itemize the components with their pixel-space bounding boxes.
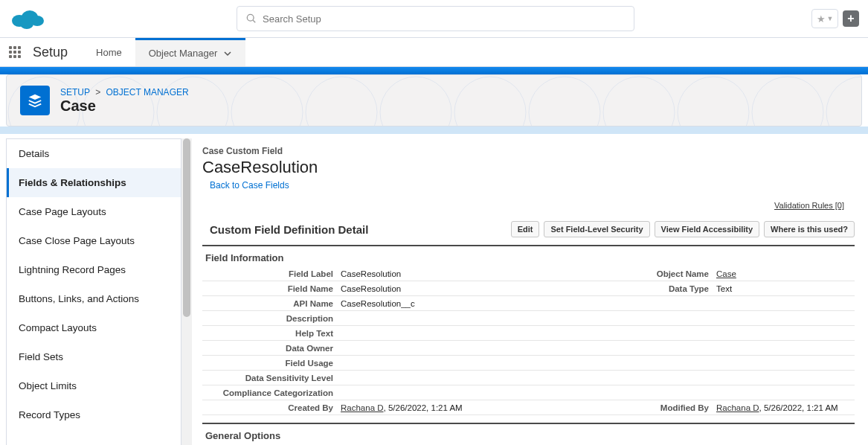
detail-row: Field Usage bbox=[202, 356, 855, 371]
label: Field Usage bbox=[207, 359, 341, 368]
created-by-date: , 5/26/2022, 1:21 AM bbox=[384, 403, 463, 412]
section-header: Custom Field Definition Detail Edit Set … bbox=[202, 217, 855, 246]
breadcrumb: SETUP > OBJECT MANAGER bbox=[60, 87, 189, 97]
detail-row: Help Text bbox=[202, 326, 855, 341]
page-header: SETUP > OBJECT MANAGER Case bbox=[6, 74, 862, 127]
value: CaseResolution__c bbox=[341, 299, 850, 308]
sidebar-item-details[interactable]: Details bbox=[7, 139, 181, 168]
svg-line-5 bbox=[253, 20, 255, 22]
label: Compliance Categorization bbox=[207, 388, 341, 397]
set-fls-button[interactable]: Set Field-Level Security bbox=[544, 221, 649, 237]
label: Created By bbox=[207, 403, 341, 412]
label: Field Name bbox=[207, 284, 341, 293]
label: Modified By bbox=[620, 403, 716, 412]
nav-object-manager[interactable]: Object Manager bbox=[135, 38, 246, 66]
app-name: Setup bbox=[30, 45, 83, 60]
label: Data Sensitivity Level bbox=[207, 374, 341, 382]
nav-label: Object Manager bbox=[149, 48, 218, 59]
stack-icon bbox=[27, 92, 43, 109]
detail-row: Compliance Categorization bbox=[202, 385, 855, 400]
detail-row: Description bbox=[202, 311, 855, 326]
label: Data Owner bbox=[207, 344, 341, 353]
where-used-button[interactable]: Where is this used? bbox=[764, 221, 855, 237]
eyebrow: Case Custom Field bbox=[202, 146, 855, 156]
detail-row: Field Label CaseResolution Object Name C… bbox=[202, 266, 855, 281]
favorites-button[interactable]: ★ ▼ bbox=[811, 9, 838, 28]
search-icon bbox=[246, 13, 257, 24]
svg-point-3 bbox=[20, 19, 33, 29]
back-link[interactable]: Back to Case Fields bbox=[210, 180, 289, 191]
sidebar-item-buttons-links[interactable]: Buttons, Links, and Actions bbox=[7, 284, 181, 313]
modified-by-link[interactable]: Rachana D bbox=[716, 403, 759, 412]
view-accessibility-button[interactable]: View Field Accessibility bbox=[655, 221, 760, 237]
plus-icon: + bbox=[847, 12, 854, 25]
sidebar-item-close-layouts[interactable]: Case Close Page Layouts bbox=[7, 226, 181, 255]
sidebar-item-object-limits[interactable]: Object Limits bbox=[7, 371, 181, 400]
sidebar-item-compact-layouts[interactable]: Compact Layouts bbox=[7, 313, 181, 342]
label: Object Name bbox=[620, 269, 716, 278]
object-icon bbox=[20, 86, 50, 115]
value: CaseResolution bbox=[341, 284, 620, 293]
detail-row: API Name CaseResolution__c bbox=[202, 296, 855, 311]
decorative-band bbox=[0, 67, 868, 74]
app-launcher-button[interactable] bbox=[0, 46, 30, 58]
created-by-link[interactable]: Rachana D bbox=[341, 403, 384, 412]
page-title: Case bbox=[60, 97, 189, 115]
label: Data Type bbox=[620, 284, 716, 293]
sidebar-item-record-types[interactable]: Record Types bbox=[7, 400, 181, 429]
modified-by-date: , 5/26/2022, 1:21 AM bbox=[759, 403, 838, 412]
nav-bar: Setup Home Object Manager bbox=[0, 37, 868, 67]
label: Help Text bbox=[207, 329, 341, 338]
search-input[interactable] bbox=[263, 13, 625, 25]
label: Field Label bbox=[207, 269, 341, 278]
breadcrumb-setup[interactable]: SETUP bbox=[60, 87, 90, 97]
value: Rachana D, 5/26/2022, 1:21 AM bbox=[341, 403, 620, 412]
object-link[interactable]: Case bbox=[716, 269, 736, 278]
main-content: Case Custom Field CaseResolution Back to… bbox=[192, 138, 862, 445]
decorative-band bbox=[0, 127, 868, 134]
add-button[interactable]: + bbox=[843, 10, 859, 27]
validation-rules-link[interactable]: Validation Rules [0] bbox=[202, 201, 844, 210]
value: CaseResolution bbox=[341, 269, 620, 278]
app-launcher-icon bbox=[9, 46, 21, 58]
salesforce-logo-icon bbox=[9, 6, 45, 31]
breadcrumb-object-manager[interactable]: OBJECT MANAGER bbox=[106, 87, 189, 97]
nav-home[interactable]: Home bbox=[83, 38, 135, 66]
edit-button[interactable]: Edit bbox=[511, 221, 540, 237]
sidebar-item-field-sets[interactable]: Field Sets bbox=[7, 342, 181, 371]
sidebar-item-page-layouts[interactable]: Case Page Layouts bbox=[7, 197, 181, 226]
value: Text bbox=[716, 284, 850, 293]
svg-point-4 bbox=[247, 14, 254, 21]
label: API Name bbox=[207, 299, 341, 308]
general-options-subhead: General Options bbox=[202, 424, 855, 444]
detail-row: Field Name CaseResolution Data Type Text bbox=[202, 281, 855, 296]
chevron-down-icon bbox=[223, 49, 232, 58]
sidebar: Details Fields & Relationships Case Page… bbox=[6, 138, 181, 445]
chevron-down-icon: ▼ bbox=[827, 15, 834, 22]
star-icon: ★ bbox=[817, 13, 826, 25]
top-bar: ★ ▼ + bbox=[0, 0, 868, 37]
detail-row: Created By Rachana D, 5/26/2022, 1:21 AM… bbox=[202, 400, 855, 415]
field-title: CaseResolution bbox=[202, 158, 855, 177]
label: Description bbox=[207, 314, 341, 323]
scrollbar[interactable] bbox=[181, 138, 192, 445]
search-box[interactable] bbox=[237, 6, 634, 31]
section-title: Custom Field Definition Detail bbox=[202, 217, 376, 240]
detail-row: Data Owner bbox=[202, 341, 855, 356]
value: Rachana D, 5/26/2022, 1:21 AM bbox=[716, 403, 850, 412]
sidebar-item-lightning-pages[interactable]: Lightning Record Pages bbox=[7, 255, 181, 284]
scrollbar-thumb[interactable] bbox=[183, 138, 190, 317]
detail-row: Data Sensitivity Level bbox=[202, 371, 855, 385]
sidebar-item-fields[interactable]: Fields & Relationships bbox=[7, 168, 181, 197]
field-info-subhead: Field Information bbox=[202, 246, 855, 266]
